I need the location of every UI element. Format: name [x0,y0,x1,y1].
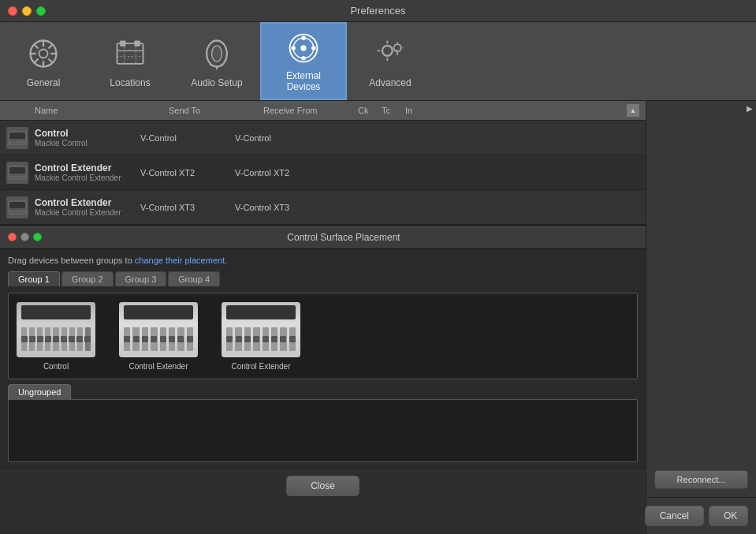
csp-header: Control Surface Placement [0,226,646,249]
advanced-icon [371,35,409,73]
minimize-button[interactable] [22,6,32,16]
maximize-button[interactable] [36,6,46,16]
device-thumb-img-extender-1 [119,302,198,357]
right-panel: ▶ Reconnect... Cancel OK [646,101,756,534]
send-to-2: V-Control XT3 [140,203,195,212]
table-row[interactable]: Control Extender Mackie Control Extender… [0,155,646,190]
reconnect-button[interactable]: Reconnect... [654,470,748,489]
device-thumb-extender-2[interactable]: Control Extender [222,302,300,371]
toolbar: General Locations Audio S [0,22,756,101]
device-thumb-label-control: Control [43,362,69,371]
ok-cancel-row: Cancel OK [646,497,756,534]
col-header-tc: Tc [382,106,405,115]
col-header-in: In [405,106,429,115]
close-button[interactable] [8,6,17,16]
svg-line-7 [49,58,54,63]
cancel-button[interactable]: Cancel [645,506,704,526]
svg-point-22 [300,45,306,50]
device-thumb-label-extender-1: Control Extender [128,362,188,371]
recv-from-0: V-Control [235,133,271,143]
col-header-recv: Receive From [263,106,358,115]
device-icon-2 [6,196,28,218]
svg-rect-38 [9,133,25,139]
toolbar-item-locations[interactable]: Locations [87,22,173,100]
svg-line-6 [34,43,39,48]
svg-point-23 [301,35,306,40]
group-tab-2[interactable]: Group 2 [61,271,114,286]
device-thumb-img-control [17,302,95,357]
col-header-send: Send To [169,106,263,115]
window-title: Preferences [350,5,405,17]
ungrouped-box [8,399,638,462]
toolbar-label-locations: Locations [110,77,150,88]
close-row: Close [0,469,646,502]
general-icon [24,35,62,73]
locations-icon [111,35,149,73]
csp-panel: Control Surface Placement Drag devices b… [0,225,646,469]
csp-min-dot[interactable] [20,233,29,241]
ok-button[interactable]: OK [709,506,748,526]
scroll-right-arrow[interactable]: ▶ [747,104,753,113]
device-thumb-extender-1[interactable]: Control Extender [119,302,198,371]
group-tab-4[interactable]: Group 4 [168,271,220,286]
main-content: Name Send To Receive From Ck Tc In ▲ [0,101,756,534]
toolbar-label-general: General [27,77,61,88]
ungrouped-tab-row: Ungrouped [8,384,638,462]
device-thumb-control[interactable]: Control [17,302,95,371]
close-button[interactable]: Close [286,476,359,496]
toolbar-item-advanced[interactable]: Advanced [347,22,434,100]
svg-rect-11 [120,40,125,46]
svg-point-25 [291,46,296,50]
device-name-1: Control Extender [35,162,140,174]
table-row[interactable]: Control Mackie Control V-Control V-Contr… [0,121,646,155]
device-icon-0 [6,127,28,149]
svg-point-26 [311,46,316,50]
left-panel: Name Send To Receive From Ck Tc In ▲ [0,101,646,534]
table-row[interactable]: Control Extender Mackie Control Extender… [0,190,646,225]
col-header-ck: Ck [358,106,382,115]
toolbar-label-audio-setup: Audio Setup [191,77,242,88]
send-to-0: V-Control [140,133,177,143]
device-name-cell-1: Control Extender Mackie Control Extender [35,162,140,182]
csp-close-dot[interactable] [8,233,17,241]
group-tab-3[interactable]: Group 3 [115,271,167,286]
csp-traffic-lights [8,233,42,241]
audio-setup-icon [198,35,236,73]
toolbar-item-audio-setup[interactable]: Audio Setup [173,22,260,100]
device-table: Control Mackie Control V-Control V-Contr… [0,121,646,225]
traffic-lights [8,6,46,16]
right-buttons: Reconnect... [646,462,756,497]
device-thumb-img-extender-2 [222,302,300,357]
csp-body: Drag devices between groups to change th… [0,249,646,469]
csp-title: Control Surface Placement [50,232,638,243]
svg-rect-10 [117,43,143,64]
svg-point-24 [301,56,306,61]
right-scroll-area: ▶ [646,101,756,462]
csp-max-dot[interactable] [33,233,42,241]
device-name-cell-0: Control Mackie Control [35,128,140,148]
table-header: Name Send To Receive From Ck Tc In ▲ [0,101,646,121]
external-devices-icon [285,31,322,65]
svg-rect-45 [9,167,25,174]
toolbar-label-external-devices: External Devices [270,70,337,92]
ungrouped-tab[interactable]: Ungrouped [8,384,71,399]
col-header-name: Name [35,106,169,115]
svg-point-27 [382,45,393,55]
device-subname-0: Mackie Control [35,139,140,148]
device-icon-1 [6,162,28,184]
recv-from-1: V-Control XT2 [235,168,289,177]
device-subname-2: Mackie Control Extender [35,208,140,217]
svg-rect-52 [9,202,25,208]
toolbar-item-general[interactable]: General [0,22,87,100]
group-tabs: Group 1 Group 2 Group 3 Group 4 [8,271,638,286]
titlebar: Preferences [0,0,756,22]
device-grid: Control [8,293,638,379]
recv-from-2: V-Control XT3 [235,203,289,212]
device-thumb-label-extender-2: Control Extender [231,362,290,371]
toolbar-item-external-devices[interactable]: External Devices [260,22,347,100]
device-name-2: Control Extender [35,197,140,208]
device-name-cell-2: Control Extender Mackie Control Extender [35,197,140,217]
svg-line-8 [49,43,54,48]
svg-point-1 [39,49,48,58]
group-tab-1[interactable]: Group 1 [8,271,60,286]
